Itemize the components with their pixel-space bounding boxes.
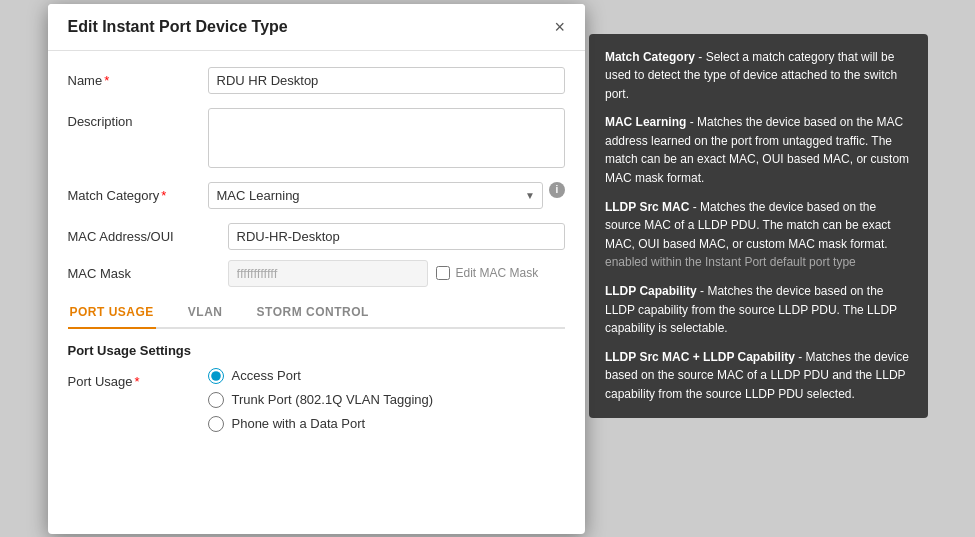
radio-access-port[interactable] <box>208 368 224 384</box>
description-row: Description <box>68 108 565 168</box>
edit-mac-mask-label: Edit MAC Mask <box>456 266 539 280</box>
tab-storm-control[interactable]: STORM CONTROL <box>255 297 371 329</box>
modal-backdrop: Edit Instant Port Device Type × Name* De… <box>48 4 928 534</box>
port-usage-row: Port Usage* Access Port Trunk Port (802.… <box>68 368 565 432</box>
mac-mask-row: MAC Mask Edit MAC Mask <box>68 260 565 287</box>
radio-access-label: Access Port <box>232 368 301 383</box>
tooltip-lldp-src-mac-title: LLDP Src MAC <box>605 200 689 214</box>
match-category-label: Match Category* <box>68 182 208 203</box>
tabs-bar: PORT USAGE VLAN STORM CONTROL <box>68 297 565 329</box>
name-row: Name* <box>68 67 565 94</box>
tooltip-match-category-title: Match Category <box>605 50 695 64</box>
tooltip-mac-learning-title: MAC Learning <box>605 115 686 129</box>
tooltip-lldp-capability: LLDP Capability - Matches the device bas… <box>605 282 912 338</box>
modal-header: Edit Instant Port Device Type × <box>48 4 585 51</box>
description-label: Description <box>68 108 208 129</box>
radio-phone-label: Phone with a Data Port <box>232 416 366 431</box>
info-icon[interactable]: i <box>549 182 565 198</box>
name-required: * <box>104 73 109 88</box>
edit-mac-mask-group: Edit MAC Mask <box>436 266 539 280</box>
name-input[interactable] <box>208 67 565 94</box>
name-label: Name* <box>68 67 208 88</box>
radio-trunk-row: Trunk Port (802.1Q VLAN Tagging) <box>208 392 434 408</box>
port-usage-label: Port Usage* <box>68 368 208 389</box>
tooltip-lldp-capability-title: LLDP Capability <box>605 284 697 298</box>
match-category-select[interactable]: MAC Learning LLDP Src MAC LLDP Capabilit… <box>208 182 543 209</box>
match-category-row: Match Category* MAC Learning LLDP Src MA… <box>68 182 565 209</box>
edit-modal: Edit Instant Port Device Type × Name* De… <box>48 4 585 534</box>
mac-mask-content: Edit MAC Mask <box>228 260 539 287</box>
tab-port-usage[interactable]: PORT USAGE <box>68 297 156 329</box>
close-button[interactable]: × <box>554 18 565 36</box>
mac-address-row: MAC Address/OUI <box>68 223 565 250</box>
radio-trunk-label: Trunk Port (802.1Q VLAN Tagging) <box>232 392 434 407</box>
tab-vlan[interactable]: VLAN <box>186 297 225 329</box>
edit-mac-mask-checkbox[interactable] <box>436 266 450 280</box>
tooltip-disabled-note: enabled within the Instant Port default … <box>605 255 856 269</box>
radio-trunk-port[interactable] <box>208 392 224 408</box>
tooltip-lldp-src-plus: LLDP Src MAC + LLDP Capability - Matches… <box>605 348 912 404</box>
mac-address-label: MAC Address/OUI <box>68 229 228 244</box>
tooltip-mac-learning: MAC Learning - Matches the device based … <box>605 113 912 187</box>
radio-access-row: Access Port <box>208 368 434 384</box>
modal-body: Name* Description Match Category* MAC Le… <box>48 51 585 534</box>
mac-mask-label: MAC Mask <box>68 266 228 281</box>
tooltip-lldp-src-plus-title: LLDP Src MAC + LLDP Capability <box>605 350 795 364</box>
match-category-select-wrapper: MAC Learning LLDP Src MAC LLDP Capabilit… <box>208 182 543 209</box>
radio-phone-row: Phone with a Data Port <box>208 416 434 432</box>
mac-address-input[interactable] <box>228 223 565 250</box>
mac-mask-input[interactable] <box>228 260 428 287</box>
radio-phone-port[interactable] <box>208 416 224 432</box>
tooltip-panel: Match Category - Select a match category… <box>589 34 928 418</box>
tooltip-match-category: Match Category - Select a match category… <box>605 48 912 104</box>
match-category-required: * <box>161 188 166 203</box>
modal-title: Edit Instant Port Device Type <box>68 18 288 36</box>
port-usage-section-title: Port Usage Settings <box>68 343 565 358</box>
tooltip-lldp-src-mac: LLDP Src MAC - Matches the device based … <box>605 198 912 272</box>
port-usage-radio-group: Access Port Trunk Port (802.1Q VLAN Tagg… <box>208 368 434 432</box>
description-input[interactable] <box>208 108 565 168</box>
